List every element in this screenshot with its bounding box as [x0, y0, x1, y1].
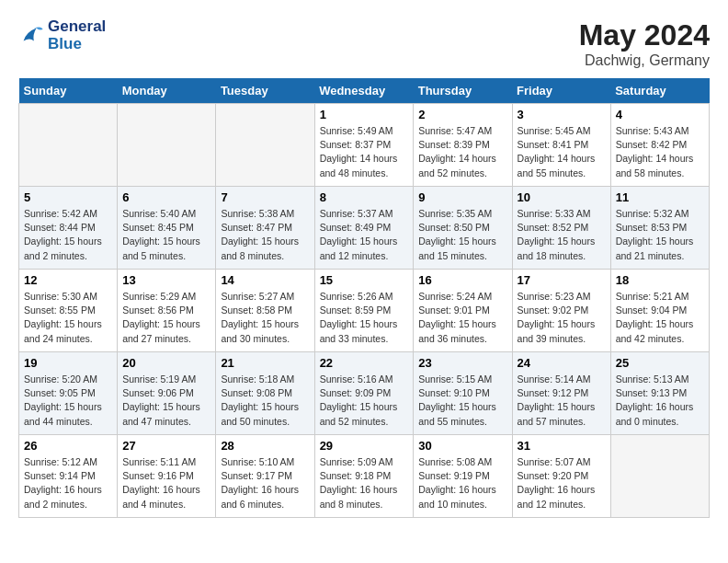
- header-thursday: Thursday: [414, 78, 512, 104]
- day-number: 8: [320, 190, 409, 204]
- title-block: May 2024 Dachwig, Germany: [579, 18, 710, 69]
- day-info: Sunrise: 5:30 AMSunset: 8:55 PMDaylight:…: [24, 290, 112, 346]
- day-number: 30: [418, 439, 506, 453]
- day-info: Sunrise: 5:27 AMSunset: 8:58 PMDaylight:…: [221, 290, 309, 346]
- calendar-cell: 8Sunrise: 5:37 AMSunset: 8:49 PMDaylight…: [314, 187, 414, 270]
- calendar-cell: 19Sunrise: 5:20 AMSunset: 9:05 PMDayligh…: [19, 352, 118, 435]
- day-info: Sunrise: 5:09 AMSunset: 9:18 PMDaylight:…: [320, 455, 409, 511]
- calendar-cell: 26Sunrise: 5:12 AMSunset: 9:14 PMDayligh…: [19, 435, 118, 518]
- day-info: Sunrise: 5:07 AMSunset: 9:20 PMDaylight:…: [518, 455, 606, 511]
- day-info: Sunrise: 5:24 AMSunset: 9:01 PMDaylight:…: [418, 290, 506, 346]
- calendar-cell: 29Sunrise: 5:09 AMSunset: 9:18 PMDayligh…: [314, 435, 414, 518]
- header-saturday: Saturday: [610, 78, 709, 104]
- calendar-cell: 7Sunrise: 5:38 AMSunset: 8:47 PMDaylight…: [216, 187, 314, 270]
- day-number: 27: [122, 439, 210, 453]
- calendar-cell: 25Sunrise: 5:13 AMSunset: 9:13 PMDayligh…: [610, 352, 709, 435]
- day-number: 17: [518, 273, 606, 287]
- day-info: Sunrise: 5:35 AMSunset: 8:50 PMDaylight:…: [418, 207, 506, 263]
- day-info: Sunrise: 5:38 AMSunset: 8:47 PMDaylight:…: [221, 207, 309, 263]
- day-number: 19: [24, 356, 112, 370]
- calendar-cell: 9Sunrise: 5:35 AMSunset: 8:50 PMDaylight…: [414, 187, 512, 270]
- day-number: 4: [616, 108, 704, 121]
- day-info: Sunrise: 5:08 AMSunset: 9:19 PMDaylight:…: [418, 455, 506, 511]
- day-number: 3: [518, 108, 606, 121]
- day-number: 12: [24, 273, 112, 287]
- week-row-1: 1Sunrise: 5:49 AMSunset: 8:37 PMDaylight…: [19, 104, 710, 187]
- calendar-cell: 24Sunrise: 5:14 AMSunset: 9:12 PMDayligh…: [512, 352, 610, 435]
- header-row: SundayMondayTuesdayWednesdayThursdayFrid…: [19, 78, 710, 104]
- calendar-cell: 4Sunrise: 5:43 AMSunset: 8:42 PMDaylight…: [610, 104, 709, 187]
- calendar-cell: 5Sunrise: 5:42 AMSunset: 8:44 PMDaylight…: [19, 187, 118, 270]
- calendar-cell: 12Sunrise: 5:30 AMSunset: 8:55 PMDayligh…: [19, 270, 118, 352]
- calendar-cell: 28Sunrise: 5:10 AMSunset: 9:17 PMDayligh…: [216, 435, 314, 518]
- calendar-cell: 13Sunrise: 5:29 AMSunset: 8:56 PMDayligh…: [118, 270, 216, 352]
- week-row-2: 5Sunrise: 5:42 AMSunset: 8:44 PMDaylight…: [19, 187, 710, 270]
- calendar-cell: 15Sunrise: 5:26 AMSunset: 8:59 PMDayligh…: [314, 270, 414, 352]
- day-number: 2: [418, 108, 506, 121]
- day-number: 6: [122, 190, 210, 204]
- day-number: 14: [221, 273, 309, 287]
- day-number: 26: [24, 439, 112, 453]
- calendar-table: SundayMondayTuesdayWednesdayThursdayFrid…: [18, 78, 710, 518]
- day-number: 7: [221, 190, 309, 204]
- day-info: Sunrise: 5:15 AMSunset: 9:10 PMDaylight:…: [418, 373, 506, 429]
- day-info: Sunrise: 5:12 AMSunset: 9:14 PMDaylight:…: [24, 455, 112, 511]
- calendar-cell: 14Sunrise: 5:27 AMSunset: 8:58 PMDayligh…: [216, 270, 314, 352]
- day-number: 23: [418, 356, 506, 370]
- calendar-cell: [216, 104, 314, 187]
- calendar-cell: 23Sunrise: 5:15 AMSunset: 9:10 PMDayligh…: [414, 352, 512, 435]
- day-info: Sunrise: 5:16 AMSunset: 9:09 PMDaylight:…: [320, 373, 409, 429]
- day-info: Sunrise: 5:18 AMSunset: 9:08 PMDaylight:…: [221, 373, 309, 429]
- day-info: Sunrise: 5:14 AMSunset: 9:12 PMDaylight:…: [518, 373, 606, 429]
- day-number: 5: [24, 190, 112, 204]
- calendar-cell: 17Sunrise: 5:23 AMSunset: 9:02 PMDayligh…: [512, 270, 610, 352]
- day-number: 1: [320, 108, 409, 121]
- calendar-cell: 11Sunrise: 5:32 AMSunset: 8:53 PMDayligh…: [610, 187, 709, 270]
- header-friday: Friday: [512, 78, 610, 104]
- calendar-cell: 27Sunrise: 5:11 AMSunset: 9:16 PMDayligh…: [118, 435, 216, 518]
- header-tuesday: Tuesday: [216, 78, 314, 104]
- day-info: Sunrise: 5:11 AMSunset: 9:16 PMDaylight:…: [122, 455, 210, 511]
- day-info: Sunrise: 5:49 AMSunset: 8:37 PMDaylight:…: [320, 124, 409, 180]
- day-info: Sunrise: 5:19 AMSunset: 9:06 PMDaylight:…: [122, 373, 210, 429]
- calendar-cell: 30Sunrise: 5:08 AMSunset: 9:19 PMDayligh…: [414, 435, 512, 518]
- day-info: Sunrise: 5:40 AMSunset: 8:45 PMDaylight:…: [122, 207, 210, 263]
- header-wednesday: Wednesday: [314, 78, 414, 104]
- week-row-3: 12Sunrise: 5:30 AMSunset: 8:55 PMDayligh…: [19, 270, 710, 352]
- day-info: Sunrise: 5:43 AMSunset: 8:42 PMDaylight:…: [616, 124, 704, 180]
- day-info: Sunrise: 5:32 AMSunset: 8:53 PMDaylight:…: [616, 207, 704, 263]
- day-info: Sunrise: 5:33 AMSunset: 8:52 PMDaylight:…: [518, 207, 606, 263]
- calendar-cell: 20Sunrise: 5:19 AMSunset: 9:06 PMDayligh…: [118, 352, 216, 435]
- day-number: 21: [221, 356, 309, 370]
- calendar-cell: 31Sunrise: 5:07 AMSunset: 9:20 PMDayligh…: [512, 435, 610, 518]
- day-number: 13: [122, 273, 210, 287]
- day-number: 9: [418, 190, 506, 204]
- calendar-cell: 21Sunrise: 5:18 AMSunset: 9:08 PMDayligh…: [216, 352, 314, 435]
- day-info: Sunrise: 5:26 AMSunset: 8:59 PMDaylight:…: [320, 290, 409, 346]
- day-number: 16: [418, 273, 506, 287]
- calendar-cell: [610, 435, 709, 518]
- day-number: 20: [122, 356, 210, 370]
- day-number: 18: [616, 273, 704, 287]
- calendar-cell: 3Sunrise: 5:45 AMSunset: 8:41 PMDaylight…: [512, 104, 610, 187]
- calendar-cell: 10Sunrise: 5:33 AMSunset: 8:52 PMDayligh…: [512, 187, 610, 270]
- day-info: Sunrise: 5:21 AMSunset: 9:04 PMDaylight:…: [616, 290, 704, 346]
- calendar-cell: [118, 104, 216, 187]
- day-number: 24: [518, 356, 606, 370]
- calendar-cell: 18Sunrise: 5:21 AMSunset: 9:04 PMDayligh…: [610, 270, 709, 352]
- week-row-5: 26Sunrise: 5:12 AMSunset: 9:14 PMDayligh…: [19, 435, 710, 518]
- header-monday: Monday: [118, 78, 216, 104]
- calendar-cell: 16Sunrise: 5:24 AMSunset: 9:01 PMDayligh…: [414, 270, 512, 352]
- day-info: Sunrise: 5:42 AMSunset: 8:44 PMDaylight:…: [24, 207, 112, 263]
- day-number: 25: [616, 356, 704, 370]
- day-info: Sunrise: 5:13 AMSunset: 9:13 PMDaylight:…: [616, 373, 704, 429]
- calendar-cell: 22Sunrise: 5:16 AMSunset: 9:09 PMDayligh…: [314, 352, 414, 435]
- location: Dachwig, Germany: [579, 52, 710, 69]
- month-year: May 2024: [579, 18, 710, 52]
- day-number: 29: [320, 439, 409, 453]
- day-number: 31: [518, 439, 606, 453]
- calendar-cell: 1Sunrise: 5:49 AMSunset: 8:37 PMDaylight…: [314, 104, 414, 187]
- header-sunday: Sunday: [19, 78, 118, 104]
- logo: General Blue: [18, 18, 106, 52]
- day-number: 11: [616, 190, 704, 204]
